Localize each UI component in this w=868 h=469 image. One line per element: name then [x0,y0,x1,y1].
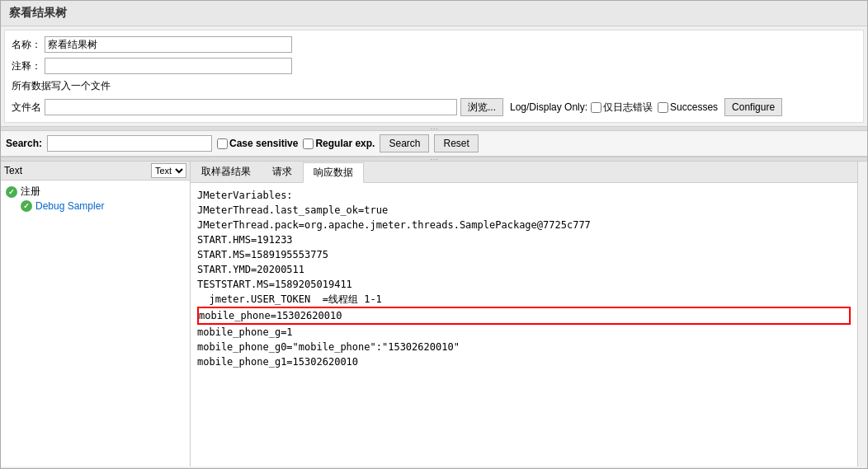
check-icon-debug [21,200,32,212]
tab-response[interactable]: 响应数据 [303,162,364,183]
comment-label: 注释： [12,59,41,73]
code-line: mobile_phone_g0="mobile_phone":"15302620… [197,340,851,354]
tree-item-debug[interactable]: Debug Sampler [2,199,188,213]
case-sensitive-checkbox[interactable] [217,138,228,149]
case-sensitive-label: Case sensitive [229,138,298,149]
code-line-highlight: mobile_phone=15302620010 [197,307,851,325]
code-line: START.MS=1589195553775 [197,247,851,262]
code-line: START.YMD=20200511 [197,262,851,277]
text-dropdown[interactable]: Text [151,163,186,178]
check-icon-register [6,186,17,198]
successes-checkbox[interactable] [658,102,668,113]
window-title: 察看结果树 [9,6,67,19]
right-panel: 取样器结果 请求 响应数据 JMeterVariables:JMeterThre… [191,162,857,467]
tree-area: 注册 Debug Sampler [1,181,190,467]
regular-exp-check[interactable]: Regular exp. [303,138,375,149]
tree-item-register-label: 注册 [21,185,40,199]
code-line: jmeter.USER_TOKEN =线程组 1-1 [197,292,851,307]
file-note: 所有数据写入一个文件 [12,79,111,93]
case-sensitive-check[interactable]: Case sensitive [217,138,298,149]
name-label: 名称： [12,38,41,52]
regular-exp-label: Regular exp. [315,138,375,149]
name-input[interactable] [45,36,292,53]
tab-request-label: 请求 [272,166,292,177]
main-window: 察看结果树 名称： 注释： 所有数据写入一个文件 文件名 浏览... Log/D… [0,0,868,469]
search-bar: Search: Case sensitive Regular exp. Sear… [1,131,867,157]
main-content: Text Text 注册 Debug Sampler 取样器结 [1,162,867,467]
file-label: 文件名 [12,101,41,115]
file-note-row: 所有数据写入一个文件 [12,77,856,96]
tab-response-label: 响应数据 [314,166,353,178]
code-line: TESTSTART.MS=1589205019411 [197,277,851,292]
search-input[interactable] [47,135,212,152]
tab-sampler[interactable]: 取样器结果 [191,162,262,182]
tree-item-debug-label: Debug Sampler [35,200,104,212]
log-errors-checkbox[interactable] [591,102,601,113]
successes-label: Successes [670,101,718,113]
tabs-row: 取样器结果 请求 响应数据 [191,162,857,183]
comment-input[interactable] [45,58,292,74]
code-line: JMeterVariables: [197,188,851,203]
title-bar: 察看结果树 [1,1,867,26]
browse-button[interactable]: 浏览... [460,98,503,116]
log-errors-label: 仅日志错误 [603,101,653,115]
left-panel-header: Text Text [1,162,190,181]
configure-button[interactable]: Configure [724,98,782,116]
code-line: JMeterThread.last_sample_ok=true [197,203,851,218]
tab-request[interactable]: 请求 [262,162,303,182]
search-label: Search: [6,138,42,149]
code-line: mobile_phone_g=1 [197,325,851,340]
search-button[interactable]: Search [380,134,429,152]
code-line: START.HMS=191233 [197,232,851,247]
successes-check[interactable]: Successes [658,101,718,113]
file-row: 文件名 浏览... Log/Display Only: 仅日志错误 Succes… [12,96,856,119]
form-section: 名称： 注释： 所有数据写入一个文件 文件名 浏览... Log/Display… [4,30,864,123]
comment-row: 注释： [12,55,856,77]
code-line: mobile_phone_g1=15302620010 [197,354,851,369]
left-panel: Text Text 注册 Debug Sampler [1,162,191,467]
scroll-hint [857,162,867,467]
left-panel-label: Text [4,165,151,176]
code-line: JMeterThread.pack=org.apache.jmeter.thre… [197,218,851,232]
name-row: 名称： [12,34,856,55]
file-input[interactable] [45,99,457,115]
regular-exp-checkbox[interactable] [303,138,314,149]
tab-content: JMeterVariables:JMeterThread.last_sample… [191,183,857,467]
log-errors-check[interactable]: 仅日志错误 [591,101,653,115]
log-display-label: Log/Display Only: [510,101,587,113]
tree-item-register[interactable]: 注册 [2,184,188,199]
reset-button[interactable]: Reset [434,134,478,152]
tab-sampler-label: 取样器结果 [201,166,251,177]
